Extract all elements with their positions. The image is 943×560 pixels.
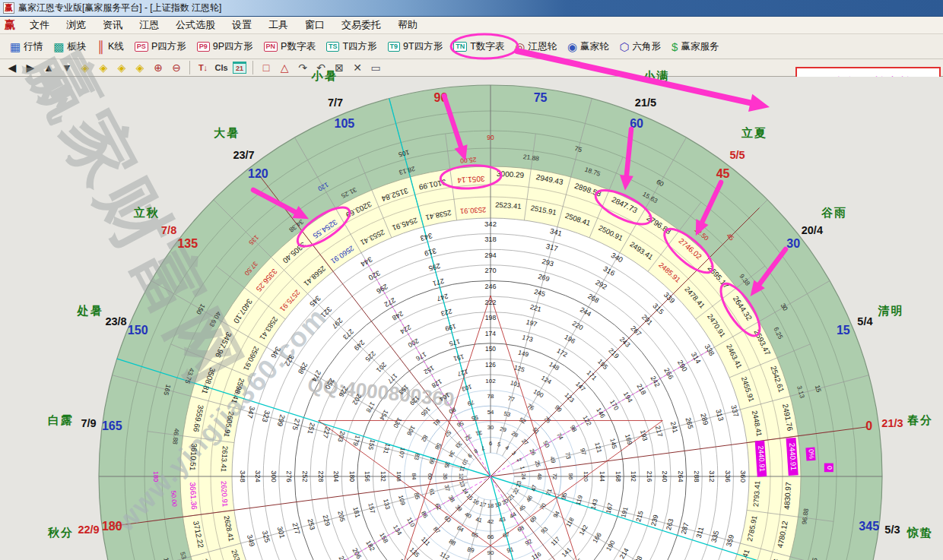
rect-tool-button[interactable]: □ xyxy=(257,60,275,75)
toolbar-button-p-square[interactable]: PSP四方形 xyxy=(129,38,192,55)
toolbar-button-p-number-table[interactable]: PNP数字表 xyxy=(259,38,321,55)
svg-text:3051.14: 3051.14 xyxy=(457,175,485,185)
menu-item-5[interactable]: 设置 xyxy=(224,17,260,33)
toolbar-separator xyxy=(189,61,190,74)
svg-text:294: 294 xyxy=(484,252,497,259)
svg-text:56: 56 xyxy=(456,419,465,429)
svg-text:20/4: 20/4 xyxy=(802,224,823,236)
menu-item-2[interactable]: 资讯 xyxy=(94,17,131,33)
svg-text:238: 238 xyxy=(631,555,643,560)
svg-text:128: 128 xyxy=(430,378,443,389)
menu-item-7[interactable]: 窗口 xyxy=(297,17,333,33)
calc-resistance-button[interactable]: 计算阻力 xyxy=(2,160,41,179)
calc-support-button[interactable]: 计算支撑 xyxy=(41,160,81,179)
svg-text:90: 90 xyxy=(434,91,448,104)
svg-text:165: 165 xyxy=(162,384,172,397)
svg-text:112: 112 xyxy=(439,551,451,560)
screen-button[interactable]: ▭ xyxy=(367,60,385,75)
rotate-cw-button[interactable]: ↷ xyxy=(294,60,312,75)
wheel-body xyxy=(99,85,882,560)
svg-text:264: 264 xyxy=(677,470,684,482)
svg-text:87: 87 xyxy=(432,526,442,536)
gann-wheel-label: 江恩轮 xyxy=(528,40,557,53)
nav-up-button[interactable]: ▲ xyxy=(40,60,58,75)
svg-text:105: 105 xyxy=(335,117,355,130)
svg-text:98: 98 xyxy=(569,424,579,434)
toolbar-button-hexagon[interactable]: ⬡六角形 xyxy=(614,38,666,55)
svg-text:129: 129 xyxy=(408,394,421,407)
shift-down-button[interactable]: ◈ xyxy=(131,60,149,75)
toolbar-button-9p-square[interactable]: P99P四方形 xyxy=(192,38,259,55)
shift-up-button[interactable]: ◈ xyxy=(113,60,131,75)
toolbar-button-9t-square[interactable]: T99T四方形 xyxy=(383,38,449,55)
calendar-button[interactable]: 21 xyxy=(230,60,249,75)
svg-text:5: 5 xyxy=(497,441,501,448)
svg-text:23: 23 xyxy=(515,480,523,488)
menu-item-1[interactable]: 浏览 xyxy=(58,17,94,33)
svg-text:2440.91: 2440.91 xyxy=(757,445,767,472)
svg-text:166: 166 xyxy=(591,531,603,544)
menu-item-8[interactable]: 交易委托 xyxy=(333,17,389,33)
svg-text:45: 45 xyxy=(518,504,527,513)
shift-right-button[interactable]: ◈ xyxy=(94,60,113,75)
svg-text:53: 53 xyxy=(503,410,512,419)
triangle-tool-button[interactable]: △ xyxy=(275,60,294,75)
svg-text:40: 40 xyxy=(464,511,473,520)
svg-text:100: 100 xyxy=(532,388,545,400)
toolbar-button-sectors[interactable]: ▩板块 xyxy=(48,38,91,55)
sectors-label: 板块 xyxy=(67,40,86,53)
nav-right-button[interactable]: ▶ xyxy=(21,60,40,75)
toolbar-button-quotes[interactable]: ▦行情 xyxy=(5,38,48,55)
t-down-button[interactable]: T↓ xyxy=(194,60,212,75)
svg-text:146: 146 xyxy=(595,407,607,419)
rotate-ccw-button[interactable]: ↶ xyxy=(312,60,330,75)
annotation-line-0: 2019年江恩轮中轮 xyxy=(806,73,939,93)
svg-text:219: 219 xyxy=(607,346,621,360)
menu-item-4[interactable]: 公式选股 xyxy=(167,17,224,33)
svg-text:141: 141 xyxy=(560,546,573,558)
toolbar-button-t-square[interactable]: TST四方形 xyxy=(321,38,383,55)
zoom-out-button[interactable]: ⊖ xyxy=(167,60,186,75)
nav-down-button[interactable]: ▼ xyxy=(58,60,76,75)
svg-text:198: 198 xyxy=(485,314,497,321)
svg-text:321: 321 xyxy=(319,305,334,320)
svg-text:15: 15 xyxy=(465,492,475,501)
toolbar-button-gann-wheel[interactable]: ◎江恩轮 xyxy=(510,38,562,55)
svg-text:292: 292 xyxy=(594,279,608,291)
svg-text:2500.91: 2500.91 xyxy=(597,223,624,242)
svg-text:277: 277 xyxy=(291,522,302,535)
svg-text:293: 293 xyxy=(541,258,555,268)
svg-text:199: 199 xyxy=(444,322,457,332)
menu-item-9[interactable]: 帮助 xyxy=(389,17,426,33)
zoom-in-button[interactable]: ⊕ xyxy=(149,60,167,75)
winner-wheel-label: 赢家轮 xyxy=(580,40,609,53)
svg-text:90: 90 xyxy=(487,549,494,556)
svg-text:324: 324 xyxy=(254,470,262,482)
svg-text:275: 275 xyxy=(291,418,302,431)
menu-item-0[interactable]: 文件 xyxy=(21,17,58,33)
svg-text:159: 159 xyxy=(397,557,410,560)
svg-text:66: 66 xyxy=(487,533,494,540)
svg-text:226: 226 xyxy=(337,384,349,398)
toolbar-button-t-number-table[interactable]: TNT数字表 xyxy=(448,38,510,55)
svg-text:2575.91: 2575.91 xyxy=(278,288,302,313)
nav-left-button[interactable]: ◀ xyxy=(3,60,21,75)
svg-text:15: 15 xyxy=(814,384,823,394)
svg-text:15.63: 15.63 xyxy=(641,190,659,204)
svg-text:117: 117 xyxy=(550,535,562,547)
menu-item-6[interactable]: 工具 xyxy=(260,17,297,33)
toolbar-button-winner-wheel[interactable]: ◉赢家轮 xyxy=(562,38,614,55)
svg-text:252: 252 xyxy=(301,470,309,482)
svg-text:153: 153 xyxy=(397,383,410,396)
cls-button[interactable]: Cls xyxy=(212,60,230,75)
svg-text:127: 127 xyxy=(456,368,468,377)
price-proportional-ring: 2440.912491.762542.612593.472644.322695.… xyxy=(189,169,799,560)
delete-box-button[interactable]: ⊠ xyxy=(330,60,348,75)
menu-item-3[interactable]: 江恩 xyxy=(131,17,167,33)
svg-text:54: 54 xyxy=(487,409,494,416)
instrument-values: 价格=2440.9099时间=20190104变换系数=1.00000周天变化步… xyxy=(2,96,81,160)
shift-left-button[interactable]: ◈ xyxy=(76,60,94,75)
toolbar-button-winner-service[interactable]: $赢家服务 xyxy=(666,38,724,55)
cross-button[interactable]: ✕ xyxy=(348,60,367,75)
toolbar-button-kline[interactable]: ║K线 xyxy=(91,38,129,55)
